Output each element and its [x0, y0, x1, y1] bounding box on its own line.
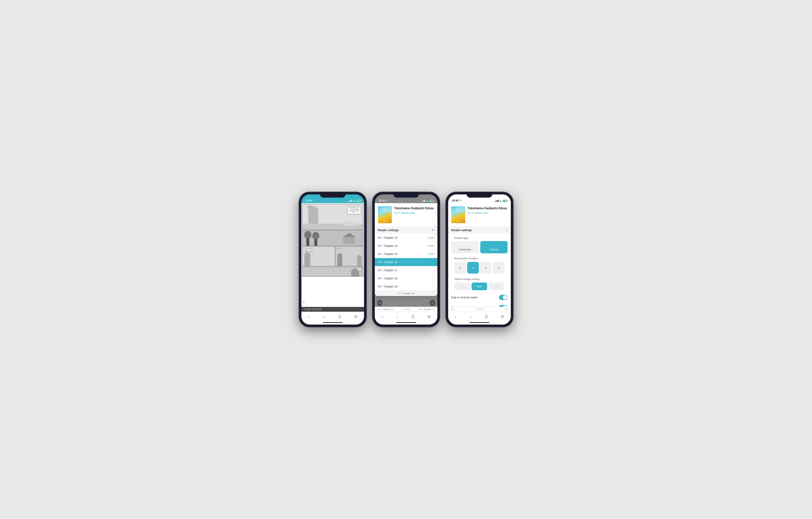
gap-toggle[interactable] — [499, 295, 508, 300]
home-indicator-3 — [448, 321, 511, 325]
vertical-dots-icon: ⋮ — [492, 243, 496, 247]
prev-chapter-label-3: V2 — [451, 308, 454, 310]
chapter-item-3[interactable]: V3 - Chapter 16 — [375, 258, 437, 266]
arrow-top-left-icon: ↖ — [459, 266, 461, 270]
loc-top-right-btn[interactable]: ↗ — [480, 262, 492, 274]
search-tab-1[interactable]: ⌕ — [320, 314, 327, 320]
scale-height-btn[interactable]: ↕ — [455, 282, 470, 290]
vertical-scaling-label: Vertical image scaling — [451, 276, 508, 281]
loc-bottom-right-btn[interactable]: ↘ — [493, 262, 504, 274]
signal-bar-12 — [498, 200, 499, 202]
scale-auto-btn[interactable]: Auto — [471, 282, 487, 290]
arrow-top-right-icon: ↗ — [485, 266, 487, 270]
status-time-3: 12:41 ↗ — [452, 199, 461, 202]
location-arrow-1: ↗ — [313, 199, 314, 201]
prev-chapter-label-2: V2 - Chapter 15 — [378, 308, 394, 310]
horizontal-btn[interactable]: · · · Horizontal — [451, 241, 479, 253]
bottom-nav-2: V2 - Chapter 15 7 of 20 V3 - Chapter 17 … — [375, 307, 437, 321]
arrow-bottom-left-icon: ↙ — [472, 266, 474, 270]
reader-type-section: Reader type · · · Horizontal ⋮ Vertical — [448, 234, 511, 255]
reader-settings-label-2: Reader settings — [378, 228, 399, 232]
chapter-item-5[interactable]: V3 - Chapter 18 — [375, 274, 437, 282]
chapter-item-6[interactable]: V3 - Chapter 19 — [375, 282, 437, 291]
tap-toggle-thumb — [503, 305, 507, 307]
list-tab-3[interactable]: ☰ — [482, 313, 491, 320]
loc-bottom-left-btn[interactable]: ↙ — [467, 262, 479, 274]
search-tab-2[interactable]: ⌕ — [394, 314, 401, 320]
hello-bubble: HELLO... — [356, 268, 362, 271]
chapter-list[interactable]: V2 - Chapter 13 100% V2 - Chapter 14 100… — [375, 234, 437, 291]
manga-link-2[interactable]: Go to details page — [394, 211, 434, 214]
manga-link-3[interactable]: Go to details page — [468, 211, 507, 214]
signal-bars-2 — [422, 200, 425, 202]
search-tab-3[interactable]: ⌕ — [467, 314, 474, 320]
list-tab-1[interactable]: ☰ — [336, 313, 344, 320]
wifi-icon-3: ▲ — [500, 199, 502, 202]
bottom-tab-bar-1: ⌂ ⌕ ☰ ⚙ — [301, 312, 364, 321]
back-button-section: Back-button location ↖ ↙ ↗ — [448, 255, 511, 276]
battery-fill-2 — [430, 200, 433, 201]
reader-settings-header-3[interactable]: Reader settings ∧ — [448, 226, 511, 234]
scale-width-icon: ↔ — [495, 285, 498, 288]
gap-toggle-thumb — [503, 295, 507, 300]
gap-toggle-label: Gap in vertical reader — [451, 296, 478, 299]
back-button-label: Back-button location — [451, 256, 508, 261]
horizontal-dots-icon: · · · — [462, 244, 468, 247]
status-time-1: 12:41 ↗ — [306, 199, 314, 202]
chapter-item-1[interactable]: V2 - Chapter 14 100% — [375, 242, 437, 250]
chapter-progress-1: 100% — [428, 244, 434, 247]
chapter-item-0[interactable]: V2 - Chapter 13 100% — [375, 234, 437, 242]
next-chapter-label-3: 17 — [505, 308, 508, 310]
settings-tab-1[interactable]: ⚙ — [352, 313, 360, 320]
gap-toggle-row: Gap in vertical reader — [448, 292, 511, 302]
auto-label: Auto — [477, 285, 482, 288]
home-bar-1 — [323, 322, 343, 323]
status-time-2: 12:41 ↗ — [379, 199, 387, 202]
battery-fill-1 — [356, 200, 359, 201]
chapter-label-5: V3 - Chapter 18 — [378, 277, 398, 280]
signal-bar-9 — [495, 201, 496, 202]
status-text-1: 7 of 20 • S3 Ch 16 — [304, 308, 321, 310]
list-tab-2[interactable]: ☰ — [409, 313, 417, 320]
current-chapter-bar: V3 - Chapter 16 — [375, 291, 437, 296]
prev-arrow-2[interactable]: ‹ — [377, 300, 382, 306]
scale-grid: ↕ Auto ↔ — [451, 281, 508, 292]
quack-text: QUACK — [337, 248, 341, 249]
manga-panel-5: HELLO... — [302, 267, 363, 277]
menu-panel: ヨコハマ買い出し紀行 14 Yokohama Kaidashi Kikou Go… — [375, 203, 437, 296]
time-text-1: 12:41 — [306, 199, 312, 202]
battery-2 — [430, 200, 433, 202]
manga-content-1[interactable]: IT MIGHT BE FUN TO GO TO YOKOHAMA AGAIN … — [301, 203, 364, 312]
chapter-label-0: V2 - Chapter 13 — [378, 236, 398, 239]
signal-bar-8 — [425, 200, 425, 202]
chevron-up-icon-3: ∧ — [505, 228, 508, 232]
chevron-down-icon-2: ▼ — [432, 228, 434, 232]
chapter-progress-0: 100% — [428, 236, 434, 239]
phones-container: 12:41 ↗ ▲ — [299, 192, 513, 327]
home-bar-2 — [396, 322, 416, 323]
battery-fill-3 — [503, 200, 506, 201]
chapter-item-4[interactable]: V3 - Chapter 17 — [375, 266, 437, 274]
settings-tab-2[interactable]: ⚙ — [425, 313, 433, 320]
location-arrow-2: ↗ — [386, 199, 387, 201]
loc-top-left-btn[interactable]: ↖ — [455, 262, 466, 274]
signal-bar-1 — [348, 201, 349, 202]
chapter-label-3: V3 - Chapter 16 — [378, 261, 398, 264]
home-tab-2[interactable]: ⌂ — [379, 314, 386, 320]
chapter-label-4: V3 - Chapter 17 — [378, 269, 398, 272]
scale-width-btn[interactable]: ↔ — [489, 282, 504, 290]
next-arrow-2[interactable]: › — [430, 300, 435, 306]
signal-bar-6 — [423, 200, 423, 202]
vertical-btn[interactable]: ⋮ Vertical — [480, 241, 508, 253]
chapter-item-2[interactable]: V2 - Chapter 15 100% — [375, 250, 437, 258]
home-tab-3[interactable]: ⌂ — [452, 314, 459, 320]
manga-panel-3: WELL-COME! — [302, 246, 335, 266]
settings-tab-3[interactable]: ⚙ — [498, 313, 506, 320]
reader-settings-header-2[interactable]: Reader settings ▼ — [375, 226, 437, 234]
page-info-label-2: 7 of 20 — [403, 308, 409, 310]
manga-cover-3: ヨコハマ買い出し紀行 14 — [451, 206, 465, 223]
tap-toggle[interactable] — [499, 305, 508, 307]
manga-title-2: Yokohama Kaidashi Kikou — [394, 206, 434, 211]
home-tab-1[interactable]: ⌂ — [305, 314, 312, 320]
manga-info-header-3: ヨコハマ買い出し紀行 14 Yokohama Kaidashi Kikou Go… — [448, 203, 511, 226]
